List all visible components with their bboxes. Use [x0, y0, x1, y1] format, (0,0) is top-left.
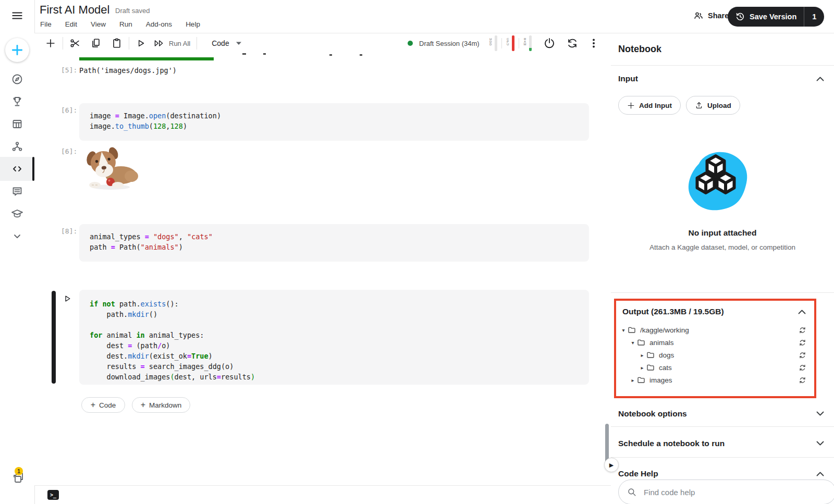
code-help-search-input[interactable] [643, 487, 827, 497]
sidebar-item-more[interactable] [0, 225, 34, 248]
sidebar-item-models[interactable] [0, 135, 34, 158]
scissors-icon [69, 38, 81, 49]
sidebar-item-home[interactable] [0, 68, 34, 91]
caret-right-icon[interactable]: ▸ [638, 365, 646, 371]
clipboard-icon [111, 38, 122, 49]
code-cell-selected[interactable]: if not path.exists(): path.mkdir() for a… [79, 290, 589, 385]
tree-item-label: images [649, 376, 799, 384]
add-input-button[interactable]: Add Input [618, 96, 681, 115]
table-icon [11, 118, 23, 130]
sidebar-item-datasets[interactable] [0, 113, 34, 136]
caret-down-icon[interactable]: ▾ [619, 327, 628, 333]
refresh-icon[interactable] [799, 351, 810, 359]
notebook-options-chevron[interactable] [816, 411, 824, 416]
copy-button[interactable] [90, 38, 102, 49]
add-code-cell-button[interactable]: + Code [81, 397, 125, 413]
code-help-chevron[interactable] [816, 472, 824, 476]
compass-icon [11, 73, 23, 85]
cell-execution-label: [6]: [61, 147, 77, 155]
left-rail: 1 [0, 0, 34, 504]
notebook-title[interactable]: First AI Model [40, 3, 109, 17]
input-collapse-chevron[interactable] [816, 77, 824, 81]
output-tree-row[interactable]: ▸dogs [616, 349, 814, 361]
notification-badge: 1 [15, 467, 23, 475]
terminal-button[interactable]: >_ [47, 490, 59, 500]
power-button[interactable] [543, 37, 556, 50]
panel-collapse-handle[interactable]: ▶ [604, 458, 619, 472]
add-markdown-cell-button[interactable]: + Markdown [132, 397, 190, 413]
plus-icon [45, 38, 56, 49]
sidebar-item-learn[interactable] [0, 202, 34, 225]
share-button[interactable]: Share [693, 10, 729, 21]
ram-meter: RAM [523, 35, 532, 51]
folder-icon [637, 338, 645, 347]
run-all-icon [153, 38, 165, 48]
output-tree-row[interactable]: ▾animals [616, 336, 814, 349]
refresh-icon[interactable] [799, 339, 810, 347]
output-section-title: Output (261.3MB / 19.5GB) [622, 307, 724, 316]
restart-button[interactable] [566, 37, 579, 50]
menu-bar: File Edit View Run Add-ons Help [40, 20, 200, 28]
menu-file[interactable]: File [40, 20, 52, 28]
caret-right-icon[interactable]: ▸ [638, 352, 646, 358]
selected-cell-indicator [52, 291, 56, 384]
menu-edit[interactable]: Edit [65, 20, 77, 28]
run-all-button[interactable]: Run All [153, 38, 190, 48]
output-tree-row[interactable]: ▾/kaggle/working [616, 324, 814, 336]
more-options-button[interactable] [589, 38, 598, 49]
schedule-section-title: Schedule a notebook to run [618, 439, 725, 448]
paste-button[interactable] [111, 38, 122, 49]
hamburger-menu-button[interactable] [0, 4, 34, 27]
menu-add-ons[interactable]: Add-ons [146, 20, 172, 28]
menu-run[interactable]: Run [119, 20, 132, 28]
code-help-title: Code Help [618, 469, 658, 478]
caret-down-icon[interactable]: ▾ [629, 340, 637, 346]
output-tree-row[interactable]: ▸cats [616, 361, 814, 374]
code-cell[interactable]: image = Image.open(destination)image.to_… [79, 103, 589, 141]
sidebar-item-code[interactable] [0, 157, 34, 180]
tree-item-label: dogs [659, 351, 799, 359]
code-help-search[interactable] [618, 480, 834, 504]
run-cell-button[interactable] [136, 38, 146, 48]
output-collapse-chevron[interactable] [798, 310, 806, 314]
menu-view[interactable]: View [91, 20, 106, 28]
caret-right-icon[interactable]: ▸ [629, 377, 637, 383]
session-status-dot [408, 41, 413, 46]
toolbar-divider [197, 37, 197, 50]
save-version-button[interactable]: Save Version 1 [728, 7, 824, 27]
toolbar-divider [63, 37, 63, 50]
code-cell[interactable]: animal_types = "dogs", "cats"path = Path… [79, 224, 589, 262]
console-strip-divider [34, 485, 611, 486]
refresh-icon[interactable] [799, 326, 810, 334]
code-editor-content[interactable]: if not path.exists(): path.mkdir() for a… [79, 290, 589, 382]
plus-icon [627, 102, 635, 109]
sidebar-item-discussions[interactable] [0, 180, 34, 203]
chevron-up-icon [798, 310, 806, 314]
panel-title: Notebook [618, 44, 661, 55]
chevron-down-icon [816, 411, 824, 416]
upload-icon [695, 101, 703, 109]
menu-help[interactable]: Help [186, 20, 200, 28]
cubes-blob-icon [679, 147, 752, 216]
code-brackets-icon [11, 163, 23, 175]
sidebar-item-competitions[interactable] [0, 90, 34, 113]
code-editor-content[interactable]: animal_types = "dogs", "cats"path = Path… [79, 224, 589, 252]
refresh-icon[interactable] [799, 376, 810, 384]
folder-icon [628, 326, 636, 334]
play-icon [136, 38, 146, 48]
session-label: Draft Session (34m) [419, 40, 480, 47]
output-tree-row[interactable]: ▸images [616, 374, 814, 386]
run-this-cell-button[interactable] [63, 294, 72, 303]
schedule-chevron[interactable] [816, 441, 824, 446]
code-editor-content[interactable]: image = Image.open(destination)image.to_… [79, 103, 589, 131]
search-icon [627, 487, 636, 497]
upload-button[interactable]: Upload [686, 96, 740, 115]
add-cell-button[interactable] [45, 38, 56, 49]
create-button[interactable] [5, 38, 29, 62]
cell-type-dropdown[interactable]: Code [212, 39, 241, 47]
version-count[interactable]: 1 [804, 13, 824, 21]
folder-icon [646, 363, 655, 372]
cut-button[interactable] [69, 38, 81, 49]
refresh-icon[interactable] [799, 364, 810, 372]
tree-item-label: cats [659, 364, 799, 372]
